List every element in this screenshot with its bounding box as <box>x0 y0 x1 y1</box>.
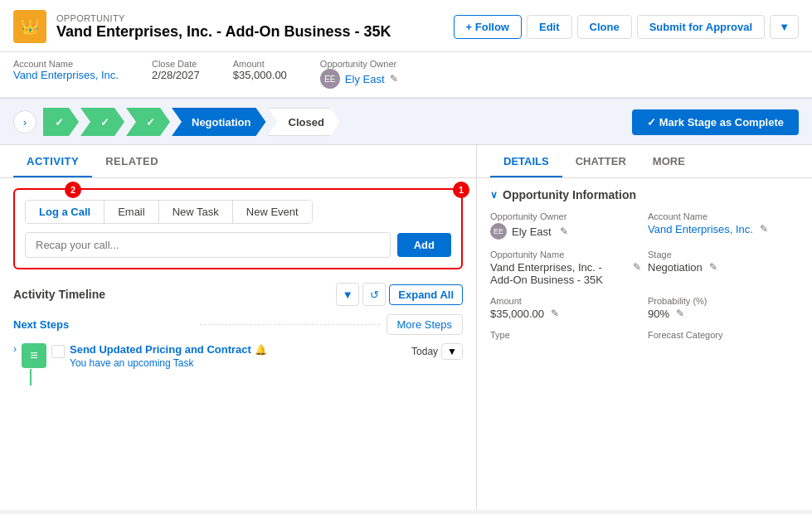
owner-name[interactable]: Ely East <box>345 73 385 85</box>
opportunity-icon: 👑 <box>13 10 46 43</box>
new-task-tab[interactable]: New Task <box>159 201 233 223</box>
detail-owner-avatar: EE <box>490 223 507 240</box>
recap-row: Add <box>25 232 451 258</box>
task-date-area: Today ▼ <box>411 343 463 360</box>
task-link[interactable]: Send Updated Pricing and Contract <box>70 343 251 356</box>
tab-related[interactable]: RELATED <box>92 145 172 177</box>
header-left: 👑 OPPORTUNITY Vand Enterprises, Inc. - A… <box>13 10 391 43</box>
log-call-box: 1 2 Log a Call Email New Task New Event … <box>13 188 463 269</box>
more-steps-button[interactable]: More Steps <box>387 314 463 335</box>
account-name-field: Account Name Vand Enterprises, Inc. <box>13 59 119 89</box>
stage-item-2[interactable]: ✓ <box>126 108 170 136</box>
left-tabs: ACTIVITY RELATED <box>0 145 476 178</box>
filter-button[interactable]: ▼ <box>336 283 359 306</box>
amount-field: Amount $35,000.00 <box>233 59 287 89</box>
follow-button[interactable]: + Follow <box>454 15 522 39</box>
task-border-line <box>30 369 463 386</box>
detail-account-name-value: Vand Enterprises, Inc. ✎ <box>648 223 799 235</box>
header: 👑 OPPORTUNITY Vand Enterprises, Inc. - A… <box>0 0 812 52</box>
detail-opp-name-value: Vand Enterprises, Inc. - Add-On Business… <box>490 261 641 286</box>
task-row: › ≡ Send Updated Pricing and Contract 🔔 … <box>13 343 463 369</box>
stage-item-closed[interactable]: Closed <box>268 108 340 136</box>
header-actions: + Follow Edit Clone Submit for Approval … <box>454 15 799 39</box>
stage-bar: › ✓ ✓ ✓ Negotiation Closed ✓ Mark Stage … <box>0 99 812 145</box>
expand-all-button[interactable]: Expand All <box>389 284 463 305</box>
details-section-title: ∨ Opportunity Information <box>490 188 799 201</box>
account-name-label: Account Name <box>13 59 119 69</box>
detail-probability: Probability (%) 90% ✎ <box>648 296 799 320</box>
detail-amount: Amount $35,000.00 ✎ <box>490 296 641 320</box>
detail-forecast: Forecast Category <box>648 330 799 342</box>
tab-more[interactable]: MORE <box>639 145 698 177</box>
detail-owner: Opportunity Owner EE Ely East ✎ <box>490 211 641 240</box>
detail-type: Type <box>490 330 641 342</box>
section-chevron-icon[interactable]: ∨ <box>490 189 498 201</box>
account-name-edit-icon[interactable]: ✎ <box>760 223 768 235</box>
detail-opp-name-text: Vand Enterprises, Inc. - Add-On Business… <box>490 261 626 286</box>
detail-probability-value: 90% ✎ <box>648 308 799 320</box>
task-sub-rest: Task <box>171 357 194 369</box>
badge-1: 1 <box>453 182 469 198</box>
stage-item-0[interactable]: ✓ <box>43 108 79 136</box>
action-tabs: Log a Call Email New Task New Event <box>25 200 313 224</box>
log-call-tab[interactable]: Log a Call <box>26 201 105 223</box>
detail-stage-label: Stage <box>648 250 799 259</box>
next-steps: Next Steps More Steps <box>13 314 463 335</box>
detail-probability-label: Probability (%) <box>648 296 799 306</box>
detail-amount-text: $35,000.00 <box>490 308 544 320</box>
amount-edit-icon[interactable]: ✎ <box>551 308 559 319</box>
detail-opp-name: Opportunity Name Vand Enterprises, Inc. … <box>490 250 641 286</box>
stage-items: ✓ ✓ ✓ Negotiation Closed <box>43 108 625 136</box>
owner-field: Opportunity Owner EE Ely East ✎ <box>320 59 398 89</box>
clone-button[interactable]: Clone <box>577 15 632 39</box>
mark-stage-complete-button[interactable]: ✓ Mark Stage as Complete <box>632 109 799 135</box>
stage-item-negotiation[interactable]: Negotiation <box>172 108 266 136</box>
activity-section: 1 2 Log a Call Email New Task New Event … <box>0 178 476 510</box>
edit-button[interactable]: Edit <box>527 15 572 39</box>
timeline-title: Activity Timeline <box>13 288 105 301</box>
details-grid: Opportunity Owner EE Ely East ✎ Account … <box>490 211 799 342</box>
header-meta: OPPORTUNITY Vand Enterprises, Inc. - Add… <box>56 13 391 41</box>
recap-input[interactable] <box>25 232 391 258</box>
right-panel: DETAILS CHATTER MORE ∨ Opportunity Infor… <box>477 145 812 510</box>
owner-edit-icon[interactable]: ✎ <box>560 225 568 237</box>
task-sub-text: You have an upcoming Task <box>70 357 406 369</box>
task-date: Today <box>411 346 438 357</box>
detail-account-name-label: Account Name <box>648 211 799 221</box>
dotted-separator <box>200 324 380 325</box>
new-event-tab[interactable]: New Event <box>233 201 312 223</box>
right-tabs: DETAILS CHATTER MORE <box>477 145 812 178</box>
opp-name-edit-icon[interactable]: ✎ <box>633 261 641 273</box>
submit-approval-button[interactable]: Submit for Approval <box>637 15 765 39</box>
detail-stage-value: Negotiation ✎ <box>648 261 799 274</box>
email-tab[interactable]: Email <box>105 201 159 223</box>
refresh-button[interactable]: ↺ <box>362 283 386 306</box>
task-date-dropdown[interactable]: ▼ <box>441 343 463 360</box>
amount-label: Amount <box>233 59 287 69</box>
detail-stage-text: Negotiation <box>648 261 703 274</box>
amount-value: $35,000.00 <box>233 69 287 81</box>
info-bar: Account Name Vand Enterprises, Inc. Clos… <box>0 52 812 99</box>
record-type-label: OPPORTUNITY <box>56 13 391 23</box>
add-button[interactable]: Add <box>397 233 451 257</box>
task-expand-icon[interactable]: › <box>13 343 17 355</box>
tab-activity[interactable]: ACTIVITY <box>13 145 92 177</box>
account-name-value[interactable]: Vand Enterprises, Inc. <box>13 69 119 81</box>
badge-2: 2 <box>65 182 81 198</box>
record-title: Vand Enterprises, Inc. - Add-On Business… <box>56 23 391 41</box>
detail-account-name: Account Name Vand Enterprises, Inc. ✎ <box>648 211 799 240</box>
actions-dropdown-button[interactable]: ▼ <box>770 15 799 39</box>
tab-chatter[interactable]: CHATTER <box>562 145 639 177</box>
task-upcoming-link[interactable]: upcoming <box>128 357 171 369</box>
probability-edit-icon[interactable]: ✎ <box>676 308 684 319</box>
detail-account-name-link[interactable]: Vand Enterprises, Inc. <box>648 223 753 235</box>
stage-edit-icon[interactable]: ✎ <box>709 261 717 273</box>
task-content: Send Updated Pricing and Contract 🔔 You … <box>70 343 406 369</box>
tab-details[interactable]: DETAILS <box>490 145 562 177</box>
stage-item-1[interactable]: ✓ <box>80 108 124 136</box>
detail-forecast-label: Forecast Category <box>648 330 799 340</box>
stage-nav-button[interactable]: › <box>13 110 36 133</box>
task-checkbox[interactable] <box>51 345 65 358</box>
detail-owner-value: EE Ely East ✎ <box>490 223 641 240</box>
owner-change-icon[interactable]: ✎ <box>390 73 398 85</box>
